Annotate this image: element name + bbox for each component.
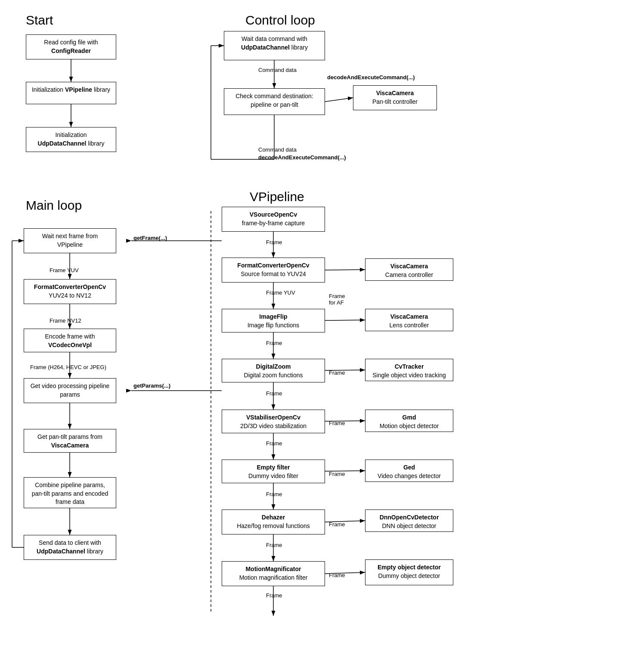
box-format-converter: FormatConverterOpenCvYUV24 to NV12 bbox=[24, 279, 116, 304]
frame-label-v2: Frame YUV bbox=[266, 289, 295, 296]
box-vsource: VSourceOpenCvframe-by-frame capture bbox=[222, 207, 325, 232]
frame-label-r4: Frame bbox=[329, 420, 345, 426]
box-ged: GedVideo changes detector bbox=[365, 460, 453, 482]
box-check-command: Check command destination:pipeline or pa… bbox=[224, 88, 325, 115]
control-loop-title: Control loop bbox=[245, 13, 315, 28]
frame-h264-label: Frame (H264, HEVC or JPEG) bbox=[30, 364, 106, 370]
box-dnn-detector: DnnOpenCvDetectorDNN object detector bbox=[365, 509, 453, 532]
diagram: Start Control loop Main loop VPipeline R… bbox=[0, 0, 644, 671]
main-loop-title: Main loop bbox=[26, 198, 82, 213]
box-get-video-params: Get video processing pipelineparams bbox=[24, 378, 116, 403]
box-visca-camera-ctrl: ViscaCameraCamera controller bbox=[365, 258, 453, 281]
box-wait-next-frame: Wait next frame fromVPipeline bbox=[24, 228, 116, 253]
box-visca-lens-ctrl: ViscaCameraLens controller bbox=[365, 309, 453, 331]
frame-label-v4: Frame bbox=[266, 390, 282, 397]
frame-label-v6: Frame bbox=[266, 491, 282, 497]
frame-yuv-label-main: Frame YUV bbox=[50, 267, 79, 273]
command-data-label-1: Command data bbox=[258, 67, 297, 73]
command-data-label-2: Command data bbox=[258, 146, 297, 153]
box-motion-magnificator: MotionMagnificatorMotion magnification f… bbox=[222, 561, 325, 586]
frame-label-r3: Frame bbox=[329, 370, 345, 376]
get-params-label: getParams(...) bbox=[133, 382, 170, 389]
box-empty-filter: Empty filterDummy video filter bbox=[222, 460, 325, 483]
box-format-conv-vpipeline: FormatConverterOpenCvSource format to YU… bbox=[222, 258, 325, 283]
get-frame-label: getFrame(...) bbox=[133, 235, 167, 241]
svg-line-31 bbox=[325, 320, 365, 320]
box-empty-object-detector: Empty object detectorDummy object detect… bbox=[365, 559, 453, 585]
frame-label-v5: Frame bbox=[266, 440, 282, 447]
start-title: Start bbox=[26, 13, 53, 28]
frame-for-af-label: Framefor AF bbox=[329, 293, 345, 306]
box-combine-params: Combine pipeline params,pan-tilt params … bbox=[24, 477, 116, 508]
frame-label-r5: Frame bbox=[329, 471, 345, 477]
svg-line-5 bbox=[325, 98, 353, 102]
frame-nv12-label: Frame NV12 bbox=[50, 317, 81, 324]
box-init-udp: InitializationUdpDataChannel library bbox=[26, 127, 116, 152]
box-read-config: Read config file withConfigReader bbox=[26, 34, 116, 59]
frame-label-r6: Frame bbox=[329, 521, 345, 528]
box-dehazer: DehazerHaze/fog removal functions bbox=[222, 509, 325, 534]
frame-label-r7: Frame bbox=[329, 572, 345, 578]
box-send-data: Send data to client withUdpDataChannel l… bbox=[24, 535, 116, 560]
frame-label-v3: Frame bbox=[266, 340, 282, 346]
svg-line-30 bbox=[325, 270, 365, 270]
box-imageflip: ImageFlipImage flip functions bbox=[222, 309, 325, 332]
box-wait-data-command: Wait data command withUdpDataChannel lib… bbox=[224, 31, 325, 60]
box-visca-pan-tilt: ViscaCameraPan-tilt controller bbox=[353, 85, 437, 110]
box-cvtracker: CvTrackerSingle object video tracking bbox=[365, 359, 453, 381]
decode-label-2: decodeAndExecuteCommand(...) bbox=[258, 154, 346, 161]
box-init-vpipeline: Initialization VPipeline library bbox=[26, 82, 116, 104]
frame-label-v1: Frame bbox=[266, 239, 282, 245]
box-digitalzoom: DigitalZoomDigital zoom functions bbox=[222, 359, 325, 382]
box-gmd: GmdMotion object detector bbox=[365, 410, 453, 432]
frame-label-v8: Frame bbox=[266, 592, 282, 599]
box-get-pan-tilt: Get pan-tilt params fromViscaCamera bbox=[24, 429, 116, 453]
box-encode-frame: Encode frame withVCodecOneVpl bbox=[24, 329, 116, 352]
box-vstabiliser: VStabiliserOpenCv2D/3D video stabilizati… bbox=[222, 410, 325, 433]
vpipeline-title: VPipeline bbox=[250, 189, 304, 204]
frame-label-v7: Frame bbox=[266, 542, 282, 548]
decode-label-1: decodeAndExecuteCommand(...) bbox=[327, 74, 415, 81]
